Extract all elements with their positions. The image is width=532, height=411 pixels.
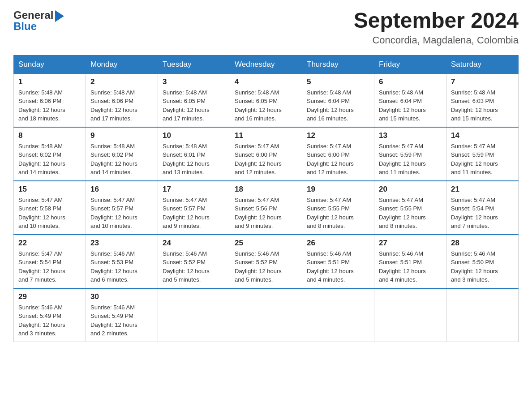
calendar-title-area: September 2024 Concordia, Magdalena, Col… [354, 9, 519, 46]
day-info: Sunrise: 5:47 AM Sunset: 6:00 PM Dayligh… [235, 142, 297, 177]
calendar-cell: 15 Sunrise: 5:47 AM Sunset: 5:58 PM Dayl… [14, 181, 86, 235]
day-number: 14 [451, 131, 514, 140]
day-info: Sunrise: 5:46 AM Sunset: 5:53 PM Dayligh… [90, 249, 153, 284]
header-wednesday: Wednesday [230, 55, 302, 73]
calendar-cell: 9 Sunrise: 5:48 AM Sunset: 6:02 PM Dayli… [86, 127, 158, 181]
calendar-cell: 3 Sunrise: 5:48 AM Sunset: 6:05 PM Dayli… [158, 73, 230, 127]
calendar-cell [374, 288, 446, 342]
day-info: Sunrise: 5:47 AM Sunset: 5:57 PM Dayligh… [163, 196, 225, 231]
day-number: 11 [235, 131, 297, 140]
day-number: 29 [18, 292, 81, 301]
calendar-cell: 26 Sunrise: 5:46 AM Sunset: 5:51 PM Dayl… [302, 235, 374, 288]
day-info: Sunrise: 5:48 AM Sunset: 6:04 PM Dayligh… [379, 88, 442, 123]
calendar-cell: 28 Sunrise: 5:46 AM Sunset: 5:50 PM Dayl… [446, 235, 519, 288]
day-number: 13 [379, 131, 442, 140]
calendar-cell: 1 Sunrise: 5:48 AM Sunset: 6:06 PM Dayli… [14, 73, 86, 127]
calendar-cell: 14 Sunrise: 5:47 AM Sunset: 5:59 PM Dayl… [446, 127, 519, 181]
week-row-2: 8 Sunrise: 5:48 AM Sunset: 6:02 PM Dayli… [14, 127, 519, 181]
day-number: 12 [307, 131, 369, 140]
calendar-cell: 19 Sunrise: 5:47 AM Sunset: 5:55 PM Dayl… [302, 181, 374, 235]
calendar-header-row: Sunday Monday Tuesday Wednesday Thursday… [14, 55, 519, 73]
day-info: Sunrise: 5:47 AM Sunset: 5:55 PM Dayligh… [307, 196, 369, 231]
calendar-cell [230, 288, 302, 342]
day-info: Sunrise: 5:48 AM Sunset: 6:01 PM Dayligh… [163, 142, 225, 177]
calendar-cell: 12 Sunrise: 5:47 AM Sunset: 6:00 PM Dayl… [302, 127, 374, 181]
calendar-cell: 22 Sunrise: 5:47 AM Sunset: 5:54 PM Dayl… [14, 235, 86, 288]
day-info: Sunrise: 5:48 AM Sunset: 6:03 PM Dayligh… [451, 88, 514, 123]
day-info: Sunrise: 5:46 AM Sunset: 5:52 PM Dayligh… [163, 249, 225, 284]
day-number: 4 [235, 77, 297, 86]
day-number: 2 [90, 77, 153, 86]
day-info: Sunrise: 5:46 AM Sunset: 5:49 PM Dayligh… [18, 303, 81, 338]
calendar-cell: 20 Sunrise: 5:47 AM Sunset: 5:55 PM Dayl… [374, 181, 446, 235]
day-number: 6 [379, 77, 442, 86]
day-info: Sunrise: 5:46 AM Sunset: 5:51 PM Dayligh… [307, 249, 369, 284]
day-number: 19 [307, 185, 369, 194]
day-info: Sunrise: 5:48 AM Sunset: 6:04 PM Dayligh… [307, 88, 369, 123]
week-row-1: 1 Sunrise: 5:48 AM Sunset: 6:06 PM Dayli… [14, 73, 519, 127]
calendar-table: Sunday Monday Tuesday Wednesday Thursday… [13, 55, 519, 342]
calendar-cell: 8 Sunrise: 5:48 AM Sunset: 6:02 PM Dayli… [14, 127, 86, 181]
week-row-4: 22 Sunrise: 5:47 AM Sunset: 5:54 PM Dayl… [14, 235, 519, 288]
calendar-cell: 29 Sunrise: 5:46 AM Sunset: 5:49 PM Dayl… [14, 288, 86, 342]
calendar-cell: 10 Sunrise: 5:48 AM Sunset: 6:01 PM Dayl… [158, 127, 230, 181]
logo-arrow-icon [55, 10, 64, 22]
day-info: Sunrise: 5:47 AM Sunset: 5:57 PM Dayligh… [90, 196, 153, 231]
calendar-cell [158, 288, 230, 342]
day-number: 26 [307, 239, 369, 248]
day-info: Sunrise: 5:47 AM Sunset: 5:54 PM Dayligh… [18, 249, 81, 284]
calendar-cell: 24 Sunrise: 5:46 AM Sunset: 5:52 PM Dayl… [158, 235, 230, 288]
day-number: 8 [18, 131, 81, 140]
day-info: Sunrise: 5:48 AM Sunset: 6:02 PM Dayligh… [18, 142, 81, 177]
day-number: 30 [90, 292, 153, 301]
calendar-cell: 25 Sunrise: 5:46 AM Sunset: 5:52 PM Dayl… [230, 235, 302, 288]
location-subtitle: Concordia, Magdalena, Colombia [354, 34, 519, 46]
day-info: Sunrise: 5:46 AM Sunset: 5:50 PM Dayligh… [451, 249, 514, 284]
logo: General Blue [13, 9, 64, 33]
day-number: 27 [379, 239, 442, 248]
day-number: 23 [90, 239, 153, 248]
page-header: General Blue September 2024 Concordia, M… [13, 9, 519, 46]
day-info: Sunrise: 5:48 AM Sunset: 6:06 PM Dayligh… [90, 88, 153, 123]
day-info: Sunrise: 5:46 AM Sunset: 5:51 PM Dayligh… [379, 249, 442, 284]
header-monday: Monday [86, 55, 158, 73]
day-info: Sunrise: 5:47 AM Sunset: 5:55 PM Dayligh… [379, 196, 442, 231]
calendar-cell: 2 Sunrise: 5:48 AM Sunset: 6:06 PM Dayli… [86, 73, 158, 127]
day-info: Sunrise: 5:47 AM Sunset: 5:56 PM Dayligh… [235, 196, 297, 231]
calendar-cell: 16 Sunrise: 5:47 AM Sunset: 5:57 PM Dayl… [86, 181, 158, 235]
day-info: Sunrise: 5:47 AM Sunset: 5:58 PM Dayligh… [18, 196, 81, 231]
day-info: Sunrise: 5:46 AM Sunset: 5:49 PM Dayligh… [90, 303, 153, 338]
day-info: Sunrise: 5:48 AM Sunset: 6:06 PM Dayligh… [18, 88, 81, 123]
day-number: 3 [163, 77, 225, 86]
calendar-cell: 6 Sunrise: 5:48 AM Sunset: 6:04 PM Dayli… [374, 73, 446, 127]
calendar-cell: 11 Sunrise: 5:47 AM Sunset: 6:00 PM Dayl… [230, 127, 302, 181]
calendar-cell [446, 288, 519, 342]
day-info: Sunrise: 5:47 AM Sunset: 5:54 PM Dayligh… [451, 196, 514, 231]
day-number: 5 [307, 77, 369, 86]
day-number: 18 [235, 185, 297, 194]
day-number: 20 [379, 185, 442, 194]
day-info: Sunrise: 5:47 AM Sunset: 5:59 PM Dayligh… [451, 142, 514, 177]
header-tuesday: Tuesday [158, 55, 230, 73]
day-info: Sunrise: 5:48 AM Sunset: 6:02 PM Dayligh… [90, 142, 153, 177]
day-info: Sunrise: 5:46 AM Sunset: 5:52 PM Dayligh… [235, 249, 297, 284]
header-friday: Friday [374, 55, 446, 73]
day-info: Sunrise: 5:48 AM Sunset: 6:05 PM Dayligh… [163, 88, 225, 123]
calendar-cell: 4 Sunrise: 5:48 AM Sunset: 6:05 PM Dayli… [230, 73, 302, 127]
calendar-cell: 17 Sunrise: 5:47 AM Sunset: 5:57 PM Dayl… [158, 181, 230, 235]
day-info: Sunrise: 5:48 AM Sunset: 6:05 PM Dayligh… [235, 88, 297, 123]
day-number: 16 [90, 185, 153, 194]
calendar-cell: 30 Sunrise: 5:46 AM Sunset: 5:49 PM Dayl… [86, 288, 158, 342]
day-number: 15 [18, 185, 81, 194]
day-number: 7 [451, 77, 514, 86]
day-number: 24 [163, 239, 225, 248]
logo-line2: Blue [13, 20, 37, 33]
day-info: Sunrise: 5:47 AM Sunset: 6:00 PM Dayligh… [307, 142, 369, 177]
day-number: 28 [451, 239, 514, 248]
month-year-title: September 2024 [354, 9, 519, 33]
day-number: 1 [18, 77, 81, 86]
week-row-5: 29 Sunrise: 5:46 AM Sunset: 5:49 PM Dayl… [14, 288, 519, 342]
calendar-cell: 7 Sunrise: 5:48 AM Sunset: 6:03 PM Dayli… [446, 73, 519, 127]
calendar-cell [302, 288, 374, 342]
header-thursday: Thursday [302, 55, 374, 73]
